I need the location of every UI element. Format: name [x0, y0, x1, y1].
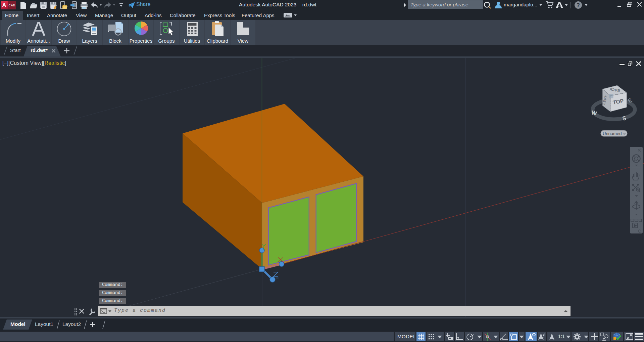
svg-text:Unnamed: Unnamed [603, 131, 622, 136]
svg-text:?: ? [577, 2, 580, 8]
